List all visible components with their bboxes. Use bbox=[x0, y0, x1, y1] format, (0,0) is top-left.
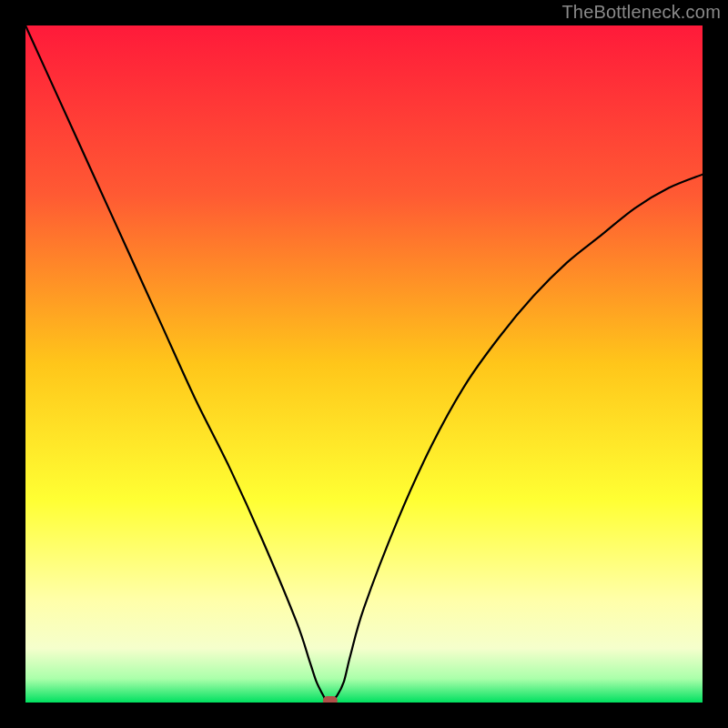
optimal-point-marker bbox=[323, 696, 338, 703]
gradient-background bbox=[25, 25, 703, 703]
chart-area bbox=[25, 25, 703, 703]
watermark-text: TheBottleneck.com bbox=[561, 2, 721, 23]
bottleneck-chart bbox=[25, 25, 703, 703]
